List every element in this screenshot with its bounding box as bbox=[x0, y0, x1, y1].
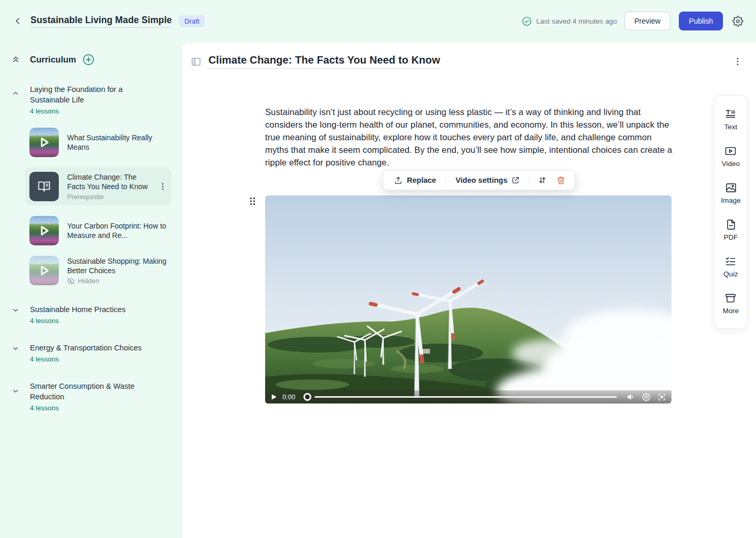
curriculum-section: Laying the Foundation for a Sustainable … bbox=[8, 84, 172, 115]
toggle-sidebar-button[interactable] bbox=[191, 57, 202, 67]
publish-button[interactable]: Publish bbox=[679, 12, 723, 30]
last-saved-status: Last saved 4 minutes ago bbox=[522, 16, 617, 26]
palette-item-pdf[interactable]: PDF bbox=[724, 219, 738, 241]
lesson-title: Climate Change: The Facts You Need to Kn… bbox=[67, 172, 150, 191]
palette-item-image[interactable]: Image bbox=[721, 182, 741, 204]
palette-label: Image bbox=[721, 196, 741, 204]
sort-arrows-icon bbox=[538, 175, 547, 185]
panel-left-icon bbox=[192, 58, 201, 66]
kebab-icon bbox=[734, 57, 741, 66]
lesson-list: What Sustainability Really Means Climate… bbox=[8, 128, 172, 285]
section-lesson-count: 4 lessons bbox=[30, 355, 172, 363]
curriculum-title: Curriculum bbox=[30, 55, 76, 65]
lesson-item-selected[interactable]: Climate Change: The Facts You Need to Kn… bbox=[25, 168, 172, 205]
volume-button[interactable] bbox=[626, 392, 635, 401]
preview-button[interactable]: Preview bbox=[624, 12, 670, 30]
gear-icon bbox=[642, 393, 650, 401]
progress-track[interactable] bbox=[314, 396, 617, 398]
block-palette: Text Video Image PDF Quiz More bbox=[714, 95, 748, 329]
play-icon bbox=[270, 394, 277, 400]
section-title[interactable]: Energy & Transportation Choices bbox=[30, 343, 143, 353]
section-title[interactable]: Smarter Consumption & Waste Reduction bbox=[30, 381, 143, 402]
replace-label: Replace bbox=[407, 176, 436, 184]
video-current-time: 0:00 bbox=[282, 394, 298, 401]
replace-video-button[interactable]: Replace bbox=[388, 173, 442, 188]
scrubber-handle[interactable] bbox=[303, 393, 311, 401]
topbar-actions: Last saved 4 minutes ago Preview Publish bbox=[522, 12, 746, 30]
back-button[interactable] bbox=[12, 15, 24, 27]
palette-label: PDF bbox=[724, 233, 738, 241]
section-lesson-count: 4 lessons bbox=[30, 404, 172, 412]
section-collapse-button[interactable] bbox=[12, 89, 19, 97]
video-settings-label: Video settings bbox=[456, 176, 508, 184]
collapse-all-button[interactable] bbox=[12, 55, 20, 64]
video-settings-button[interactable]: Video settings bbox=[450, 173, 526, 188]
lesson-options-button[interactable] bbox=[732, 55, 743, 68]
section-expand-button[interactable] bbox=[12, 387, 19, 395]
add-section-button[interactable] bbox=[82, 54, 94, 66]
section-lesson-count: 4 lessons bbox=[30, 107, 172, 115]
lesson-menu-button[interactable] bbox=[158, 181, 167, 192]
plus-circle-icon bbox=[82, 54, 94, 66]
lesson-header: Climate Change: The Facts You Need to Kn… bbox=[191, 54, 743, 69]
curriculum-section: Smarter Consumption & Waste Reduction 4 … bbox=[8, 381, 172, 412]
check-circle-icon bbox=[522, 16, 532, 26]
lesson-item[interactable]: Your Carbon Footprint: How to Measure an… bbox=[29, 216, 172, 245]
drag-handle-icon[interactable] bbox=[249, 196, 256, 206]
palette-label: Text bbox=[724, 123, 738, 131]
trash-icon bbox=[556, 176, 565, 185]
palette-item-video[interactable]: Video bbox=[722, 145, 740, 168]
section-lesson-count: 4 lessons bbox=[30, 317, 172, 325]
palette-item-quiz[interactable]: Quiz bbox=[723, 255, 738, 278]
chevrons-up-icon bbox=[12, 55, 20, 64]
gear-icon bbox=[732, 16, 743, 27]
video-player[interactable]: 0:00 bbox=[265, 195, 671, 404]
more-icon bbox=[724, 292, 737, 304]
curriculum-header: Curriculum bbox=[8, 51, 172, 67]
section-title[interactable]: Sustainable Home Practices bbox=[30, 304, 143, 315]
palette-item-more[interactable]: More bbox=[723, 292, 739, 315]
palette-label: Quiz bbox=[723, 270, 738, 278]
kebab-icon bbox=[159, 182, 166, 191]
curriculum-sidebar: Curriculum Laying the Foundation for a S… bbox=[0, 42, 180, 538]
palette-item-text[interactable]: Text bbox=[724, 108, 738, 131]
lesson-paragraph[interactable]: Sustainability isn’t just about recyclin… bbox=[265, 106, 674, 169]
chevron-left-icon bbox=[14, 17, 22, 25]
video-frame-image bbox=[265, 195, 671, 404]
play-icon bbox=[29, 128, 59, 157]
fullscreen-icon bbox=[657, 392, 666, 401]
lesson-item[interactable]: What Sustainability Really Means bbox=[29, 128, 172, 157]
toolbar-divider bbox=[529, 174, 530, 186]
lesson-page-title[interactable]: Climate Change: The Facts You Need to Kn… bbox=[208, 54, 440, 69]
course-title[interactable]: Sustainable Living Made Simple bbox=[30, 15, 172, 28]
chevron-up-icon bbox=[12, 89, 19, 97]
image-icon bbox=[725, 182, 737, 194]
palette-label: Video bbox=[722, 160, 740, 168]
video-block-toolbar: Replace Video settings bbox=[383, 170, 575, 190]
eye-off-icon bbox=[67, 277, 75, 285]
video-thumbnail bbox=[29, 128, 59, 157]
player-settings-button[interactable] bbox=[642, 393, 650, 401]
play-button[interactable] bbox=[270, 394, 277, 400]
section-expand-button[interactable] bbox=[12, 306, 19, 314]
fullscreen-button[interactable] bbox=[657, 392, 666, 401]
video-controls-bar: 0:00 bbox=[265, 390, 671, 404]
play-icon bbox=[29, 256, 59, 285]
settings-button[interactable] bbox=[730, 14, 746, 29]
move-block-button[interactable] bbox=[534, 172, 551, 188]
pdf-icon bbox=[725, 219, 737, 231]
section-title[interactable]: Laying the Foundation for a Sustainable … bbox=[30, 84, 143, 105]
lesson-title: Sustainable Shopping: Making Better Choi… bbox=[67, 256, 172, 275]
lesson-item[interactable]: Sustainable Shopping: Making Better Choi… bbox=[29, 256, 172, 285]
chevron-down-icon bbox=[12, 387, 19, 395]
chevron-down-icon bbox=[12, 306, 19, 314]
delete-block-button[interactable] bbox=[553, 173, 569, 188]
video-icon bbox=[724, 145, 737, 157]
video-thumbnail bbox=[29, 256, 59, 285]
quiz-icon bbox=[724, 255, 737, 267]
external-link-icon bbox=[511, 176, 520, 184]
toolbar-divider bbox=[446, 174, 446, 186]
lesson-hidden-status: Hidden bbox=[67, 277, 172, 285]
section-expand-button[interactable] bbox=[12, 345, 19, 353]
book-open-icon bbox=[37, 180, 51, 193]
